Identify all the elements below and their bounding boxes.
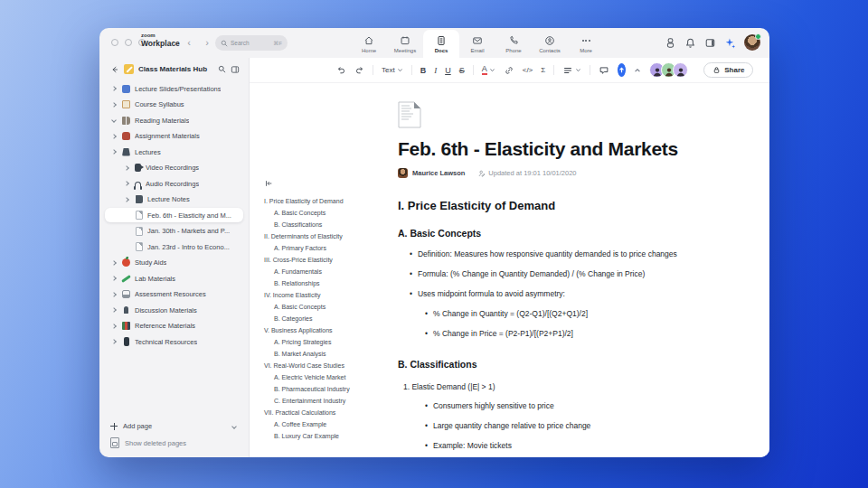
- sidebar-item-assignment-materials[interactable]: Assignment Materials: [105, 129, 243, 144]
- doc-bullet[interactable]: •Uses midpoint formula to avoid asymmetr…: [398, 289, 760, 299]
- back-arrow-icon[interactable]: [110, 65, 119, 74]
- outline-item[interactable]: B. Market Analysis: [264, 348, 392, 360]
- ai-companion-sparkle-icon[interactable]: [724, 37, 736, 49]
- sidebar-search-icon[interactable]: [218, 65, 226, 73]
- outline-item[interactable]: A. Pricing Strategies: [264, 336, 392, 348]
- text-color-dropdown[interactable]: A: [482, 65, 495, 75]
- tab-meetings[interactable]: Meetings: [387, 30, 423, 58]
- collapse-outline-button[interactable]: [264, 179, 392, 188]
- chevron-right-icon[interactable]: [123, 180, 130, 187]
- sidebar-item-audio-recordings[interactable]: Audio Recordings: [105, 176, 243, 191]
- outline-item[interactable]: A. Basic Concepts: [264, 301, 392, 313]
- chevron-right-icon[interactable]: [110, 133, 118, 140]
- tab-contacts[interactable]: Contacts: [532, 30, 568, 58]
- close-window-button[interactable]: [111, 39, 118, 46]
- user-avatar[interactable]: [744, 34, 760, 51]
- outline-item[interactable]: VI. Real-World Case Studies: [264, 360, 392, 371]
- sidebar-item-lectures[interactable]: Lectures: [105, 145, 243, 159]
- italic-button[interactable]: I: [434, 66, 437, 75]
- sidebar-item-lecture-slides[interactable]: Lecture Slides/Presentations: [105, 81, 243, 96]
- chevron-right-icon[interactable]: [123, 164, 130, 172]
- back-button[interactable]: ‹: [183, 35, 195, 50]
- outline-item[interactable]: A. Primary Factors: [264, 242, 392, 254]
- chevron-right-icon[interactable]: [110, 85, 118, 92]
- outline-item[interactable]: B. Classifications: [264, 219, 392, 230]
- tab-email[interactable]: Email: [459, 30, 495, 58]
- document-title[interactable]: Feb. 6th - Elasticity and Markets: [398, 138, 760, 160]
- collaborator-avatar[interactable]: [673, 62, 688, 78]
- chevron-right-icon[interactable]: [110, 338, 118, 345]
- doc-subheading[interactable]: B. Classifications: [398, 359, 760, 370]
- text-style-dropdown[interactable]: Text: [382, 66, 403, 74]
- outline-item[interactable]: A. Coffee Example: [264, 418, 392, 430]
- outline-item[interactable]: A. Basic Concepts: [264, 207, 392, 219]
- doc-bullet[interactable]: •Definition: Measures how responsive qua…: [398, 249, 760, 259]
- sidebar-item-study-aids[interactable]: Study Aids: [105, 256, 243, 270]
- notifications-bell-icon[interactable]: [684, 37, 696, 49]
- redo-button[interactable]: [354, 65, 364, 75]
- doc-sub-bullet[interactable]: •% Change in Price = (P2-P1)/[(P2+P1)/2]: [398, 329, 760, 339]
- chevron-down-icon[interactable]: [110, 117, 118, 124]
- sidebar-item-video-recordings[interactable]: Video Recordings: [105, 161, 243, 175]
- doc-heading[interactable]: I. Price Elasticity of Demand: [398, 199, 760, 212]
- list-format-dropdown[interactable]: [562, 65, 581, 76]
- workspace-icon[interactable]: [665, 37, 676, 49]
- tab-home[interactable]: Home: [351, 30, 387, 58]
- chevron-right-icon[interactable]: [110, 275, 118, 282]
- outline-item[interactable]: B. Categories: [264, 313, 392, 324]
- doc-sub-bullet[interactable]: •% Change in Quantity = (Q2-Q1)/[(Q2+Q1)…: [398, 309, 760, 319]
- outline-item[interactable]: III. Cross-Price Elasticity: [264, 254, 392, 266]
- outline-item[interactable]: A. Fundamentals: [264, 266, 392, 277]
- tab-phone[interactable]: Phone: [495, 30, 532, 58]
- doc-numbered-item[interactable]: 1. Elastic Demand (|E| > 1): [398, 382, 760, 391]
- strikethrough-button[interactable]: S: [459, 66, 465, 75]
- outline-item[interactable]: B. Luxury Car Example: [264, 430, 392, 442]
- collapse-sidebar-icon[interactable]: [231, 65, 240, 74]
- chevron-right-icon[interactable]: [110, 323, 118, 330]
- chevron-right-icon[interactable]: [110, 291, 118, 298]
- add-page-button[interactable]: Add page: [110, 422, 238, 430]
- sidebar-page-jan-30th[interactable]: Jan. 30th - Markets and P...: [105, 224, 243, 239]
- outline-item[interactable]: II. Determinants of Elasticity: [264, 230, 392, 242]
- chevron-right-icon[interactable]: [110, 101, 118, 108]
- bold-button[interactable]: B: [420, 66, 427, 75]
- outline-item[interactable]: V. Business Applications: [264, 324, 392, 336]
- sidebar-item-lecture-notes[interactable]: Lecture Notes: [105, 192, 243, 207]
- sidebar-item-discussion-materials[interactable]: Discussion Materials: [105, 303, 243, 317]
- chevron-right-icon[interactable]: [110, 148, 118, 155]
- minimize-window-button[interactable]: [125, 39, 132, 46]
- collaborator-avatars[interactable]: [649, 62, 688, 78]
- outline-item[interactable]: B. Pharmaceutical Industry: [264, 383, 392, 395]
- sidebar-item-reading-materials[interactable]: Reading Materials: [105, 113, 243, 127]
- chevron-right-icon[interactable]: [123, 196, 130, 203]
- sidebar-item-technical-resources[interactable]: Technical Resources: [105, 334, 243, 349]
- sidebar-item-course-syllabus[interactable]: Course Syllabus: [105, 98, 243, 112]
- forward-button[interactable]: ›: [201, 35, 213, 50]
- tab-more[interactable]: More: [568, 30, 604, 58]
- doc-sub-bullet[interactable]: •Example: Movie tickets: [398, 441, 760, 451]
- document-body[interactable]: Feb. 6th - Elasticity and Markets Mauric…: [398, 83, 760, 457]
- show-deleted-pages-button[interactable]: Show deleted pages: [110, 437, 238, 448]
- insert-link-button[interactable]: [504, 65, 514, 76]
- global-search-input[interactable]: Search ⌘F: [215, 35, 288, 51]
- ai-companion-button[interactable]: [618, 63, 626, 77]
- share-button[interactable]: Share: [703, 62, 753, 78]
- doc-sub-bullet[interactable]: •Large quantity change relative to price…: [398, 421, 760, 431]
- undo-button[interactable]: [336, 65, 346, 75]
- collapse-toolbar-button[interactable]: [634, 67, 641, 74]
- sidebar-page-jan-23rd[interactable]: Jan. 23rd - Intro to Econo...: [105, 239, 243, 254]
- outline-item[interactable]: VII. Practical Calculations: [264, 407, 392, 418]
- outline-item[interactable]: A. Electric Vehicle Market: [264, 371, 392, 383]
- chevron-right-icon[interactable]: [110, 259, 118, 267]
- equation-button[interactable]: Σ: [541, 66, 545, 74]
- outline-item[interactable]: C. Entertainment Industry: [264, 395, 392, 407]
- doc-subheading[interactable]: A. Basic Concepts: [398, 228, 760, 239]
- sidebar-page-feb-6th[interactable]: Feb. 6th - Elasticity and M...: [105, 208, 243, 222]
- comment-button[interactable]: [599, 65, 609, 76]
- doc-sub-bullet[interactable]: •Consumers highly sensitive to price: [398, 401, 760, 411]
- chevron-down-icon[interactable]: [231, 423, 238, 430]
- doc-bullet[interactable]: •Formula: (% Change in Quantity Demanded…: [398, 269, 760, 279]
- outline-item[interactable]: IV. Income Elasticity: [264, 289, 392, 301]
- sidebar-item-assessment-resources[interactable]: Assessment Resources: [105, 287, 243, 302]
- panel-toggle-icon[interactable]: [704, 37, 716, 49]
